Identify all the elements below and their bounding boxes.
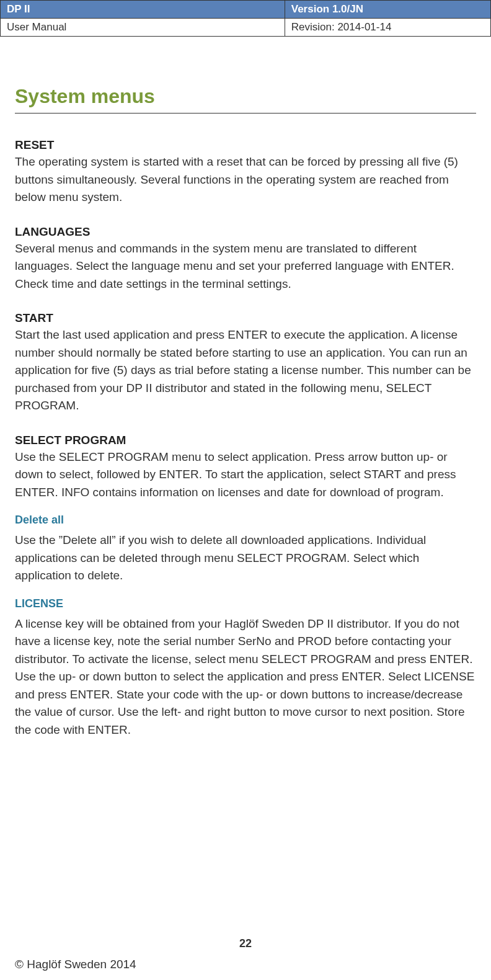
page-number: 22 — [0, 937, 491, 950]
text-languages: Several menus and commands in the system… — [15, 240, 476, 293]
section-start: START Start the last used application an… — [15, 311, 476, 415]
heading-start: START — [15, 311, 476, 325]
text-start: Start the last used application and pres… — [15, 326, 476, 415]
header-revision: Revision: 2014-01-14 — [285, 19, 490, 37]
section-reset: RESET The operating system is started wi… — [15, 138, 476, 207]
page-content: System menus RESET The operating system … — [0, 37, 491, 739]
text-license: A license key will be obtained from your… — [15, 615, 476, 739]
text-reset: The operating system is started with a r… — [15, 153, 476, 207]
heading-select-program: SELECT PROGRAM — [15, 434, 476, 447]
header-version: Version 1.0/JN — [285, 1, 490, 19]
heading-license: LICENSE — [15, 597, 476, 610]
header-doc-type: User Manual — [1, 19, 285, 37]
header-product: DP II — [1, 1, 285, 19]
heading-delete-all: Delete all — [15, 514, 476, 527]
document-header: DP II Version 1.0/JN User Manual Revisio… — [0, 0, 491, 37]
heading-languages: LANGUAGES — [15, 225, 476, 239]
heading-reset: RESET — [15, 138, 476, 152]
text-select-program: Use the SELECT PROGRAM menu to select ap… — [15, 448, 476, 502]
title-divider — [15, 113, 476, 114]
footer-copyright: © Haglöf Sweden 2014 — [15, 958, 136, 971]
text-delete-all: Use the ”Delete all” if you wish to dele… — [15, 532, 476, 585]
page-title: System menus — [15, 85, 476, 108]
section-license: LICENSE A license key will be obtained f… — [15, 597, 476, 739]
section-languages: LANGUAGES Several menus and commands in … — [15, 225, 476, 293]
section-delete-all: Delete all Use the ”Delete all” if you w… — [15, 514, 476, 585]
section-select-program: SELECT PROGRAM Use the SELECT PROGRAM me… — [15, 434, 476, 502]
